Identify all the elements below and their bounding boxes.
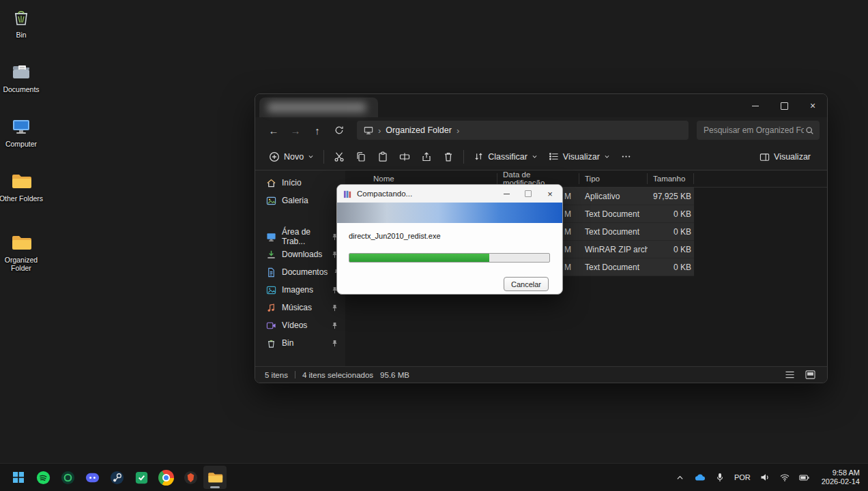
sidebar-item-desktop[interactable]: Área de Trab... [258, 228, 343, 246]
cut-button[interactable] [328, 146, 350, 168]
hidden-icons-chevron-icon[interactable] [674, 469, 687, 486]
share-button[interactable] [416, 146, 437, 168]
sidebar-item-documents[interactable]: Documentos [258, 263, 343, 281]
network-icon[interactable] [778, 469, 792, 486]
sidebar-item-videos[interactable]: Vídeos [258, 316, 343, 334]
close-button[interactable]: × [798, 94, 827, 117]
desktop-icon-other-folders[interactable]: Other Folders [0, 170, 44, 203]
rename-button[interactable] [394, 146, 416, 168]
desktop-icon-label: Documents [0, 85, 44, 93]
chrome-icon[interactable] [154, 466, 177, 489]
more-options-button[interactable] [616, 146, 637, 168]
dialog-close-button[interactable]: × [539, 185, 561, 203]
explorer-tab[interactable] [259, 98, 378, 117]
toolbar-divider [463, 150, 464, 164]
sidebar-item-music[interactable]: Músicas [258, 299, 343, 316]
up-button[interactable]: ↑ [306, 120, 328, 140]
sidebar-item-bin[interactable]: Bin [258, 334, 343, 352]
forward-button[interactable]: → [285, 120, 306, 140]
search-box[interactable] [697, 121, 820, 140]
app-icon-green[interactable] [130, 466, 153, 489]
compress-progress-dialog: Compactando... × directx_Jun2010_redist.… [336, 184, 563, 295]
desktop-icon-organized-folder[interactable]: Organized Folder [0, 232, 44, 272]
chevron-down-icon [308, 153, 314, 160]
computer-icon [10, 116, 32, 138]
column-header-size[interactable]: Tamanho [648, 173, 694, 184]
taskbar-clock[interactable]: 9:58 AM 2026-02-14 [818, 468, 864, 486]
address-bar[interactable]: › Organized Folder › [357, 121, 689, 140]
desktop-icon-computer[interactable]: Computer [0, 116, 44, 148]
cancel-button[interactable]: Cancelar [504, 277, 549, 291]
file-explorer-icon[interactable] [203, 466, 227, 489]
progress-bar [349, 253, 550, 263]
view-button[interactable]: Visualizar [543, 146, 616, 168]
status-divider [295, 371, 295, 378]
steam-icon[interactable] [105, 466, 128, 489]
sidebar-divider [255, 209, 345, 228]
dialog-title: Compactando... [357, 190, 412, 198]
progress-bar-fill [349, 254, 489, 262]
sidebar-item-label: Downloads [282, 250, 322, 259]
app-icon-dark-red[interactable] [179, 466, 202, 489]
language-indicator[interactable]: POR [733, 473, 752, 481]
new-button[interactable]: Novo [263, 146, 319, 168]
desktop-icon [266, 232, 276, 242]
pin-icon [331, 322, 338, 329]
desktop-icon-label: Organized Folder [0, 256, 44, 272]
new-button-label: Novo [284, 152, 304, 162]
dialog-banner [337, 203, 562, 223]
dialog-minimize-button[interactable] [495, 185, 517, 203]
blurred-tab-title [267, 102, 366, 113]
minimize-button[interactable] [741, 94, 770, 117]
sidebar-item-label: Músicas [282, 303, 312, 312]
desktop-icon-documents[interactable]: Documents [0, 61, 44, 93]
battery-icon[interactable] [798, 469, 811, 486]
sort-icon [474, 151, 484, 162]
desktop: Bin Documents Computer Other Folders Org… [0, 0, 868, 491]
volume-icon[interactable] [758, 469, 772, 486]
search-input[interactable] [702, 125, 805, 136]
large-icons-view-toggle[interactable] [802, 369, 818, 381]
copy-button[interactable] [350, 146, 372, 168]
details-pane-icon [760, 152, 770, 162]
details-view-toggle[interactable] [782, 369, 797, 381]
maximize-button[interactable] [770, 94, 798, 117]
chevron-down-icon [604, 153, 610, 160]
column-header-type[interactable]: Tipo [579, 173, 648, 184]
app-icon-dark-green[interactable] [56, 466, 79, 489]
start-button[interactable] [7, 466, 30, 489]
explorer-titlebar: × [255, 94, 827, 117]
chevron-right-icon: › [457, 125, 459, 136]
sidebar-item-pictures[interactable]: Imagens [258, 281, 343, 299]
pin-icon [331, 340, 338, 347]
cloud-app-icon[interactable] [693, 469, 707, 486]
sidebar-item-label: Vídeos [282, 321, 307, 330]
breadcrumb[interactable]: Organized Folder [386, 125, 452, 135]
column-header-name[interactable]: Nome [345, 173, 497, 184]
view-list-icon [549, 151, 559, 162]
home-icon [266, 178, 276, 188]
discord-icon[interactable] [81, 466, 104, 489]
paste-button[interactable] [372, 146, 394, 168]
column-header-date[interactable]: Data de modificação [497, 173, 579, 184]
cell-type: Text Document [579, 209, 648, 219]
microphone-icon[interactable] [713, 469, 727, 486]
spotify-icon[interactable] [31, 466, 55, 489]
compressing-filename: directx_Jun2010_redist.exe [349, 232, 441, 240]
plus-circle-icon [269, 151, 280, 162]
dialog-titlebar: Compactando... × [337, 185, 562, 203]
sidebar-item-label: Bin [282, 338, 293, 348]
delete-button[interactable] [437, 146, 459, 168]
details-pane-button[interactable]: Visualizar [754, 146, 816, 168]
dialog-maximize-button[interactable] [517, 185, 539, 203]
sidebar-item-downloads[interactable]: Downloads [258, 246, 343, 263]
refresh-button[interactable] [328, 120, 350, 140]
sort-button[interactable]: Classificar [468, 146, 543, 168]
back-button[interactable]: ← [263, 120, 285, 140]
sidebar-item-home[interactable]: Início [258, 174, 343, 192]
cell-size: 97,925 KB [648, 192, 694, 201]
sidebar-item-gallery[interactable]: Galeria [258, 192, 343, 209]
cell-type: Aplicativo [579, 192, 648, 201]
recycle-bin-icon [10, 7, 32, 29]
desktop-icon-bin[interactable]: Bin [0, 7, 44, 39]
